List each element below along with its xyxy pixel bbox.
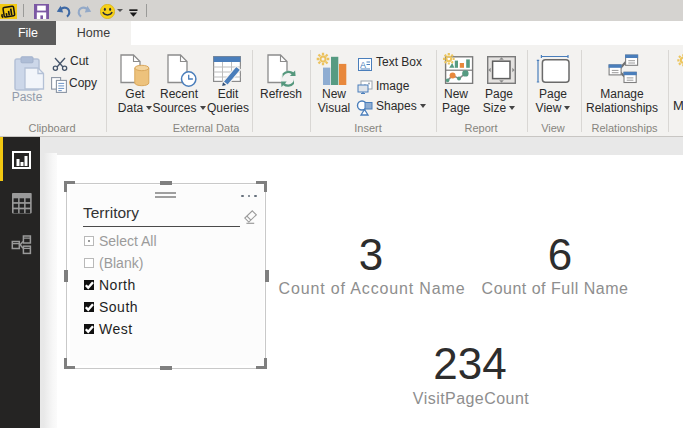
- svg-text:A: A: [360, 60, 366, 70]
